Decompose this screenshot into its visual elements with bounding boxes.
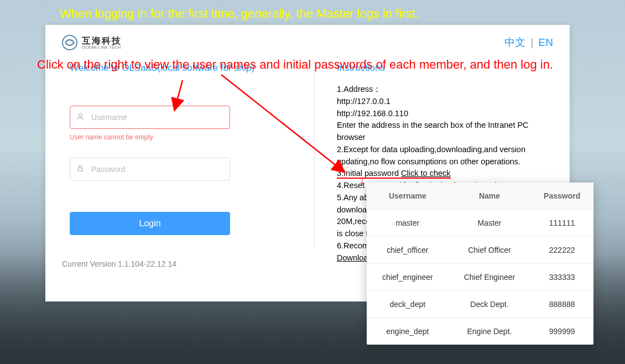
lang-zh[interactable]: 中文: [504, 37, 525, 48]
lock-icon: [76, 165, 84, 174]
cell-name: Deck Dept.: [449, 291, 531, 318]
cell-name: Chief Engineer: [449, 264, 531, 291]
cell-password: 222222: [530, 237, 593, 264]
instr-line2: 2.Except for data uploading,downloading,…: [337, 144, 553, 168]
cell-username: deck_dept: [367, 291, 449, 318]
cell-password: 333333: [530, 264, 593, 291]
svg-point-0: [62, 35, 77, 50]
click-to-check-link[interactable]: Click to check: [401, 169, 450, 179]
arrow-down-icon: ↓: [360, 175, 364, 186]
col-name: Name: [449, 183, 531, 210]
instr-line3: 3.Initial password Click to check: [337, 168, 553, 180]
credentials-popup: Username Name Password masterMaster11111…: [367, 183, 593, 345]
cell-name: Engine Dept.: [449, 318, 531, 345]
instr-address-label: 1.Address：: [337, 84, 553, 96]
cell-username: master: [367, 210, 449, 237]
table-header-row: Username Name Password: [367, 183, 593, 210]
password-input[interactable]: [70, 158, 230, 181]
table-row: chief_engineerChief Engineer333333: [367, 264, 593, 291]
svg-point-1: [79, 113, 82, 117]
logo-text-en: OCEAN LINK TECH: [82, 45, 122, 49]
col-password: Password: [530, 183, 593, 210]
user-icon: [76, 113, 84, 122]
cell-password: 888888: [530, 291, 593, 318]
table-row: engine_deptEngine Dept.999999: [367, 318, 593, 345]
username-input[interactable]: [70, 106, 230, 129]
instr-address-1: http://127.0.0.1: [337, 96, 553, 108]
logo: 互海科技 OCEAN LINK TECH: [62, 35, 122, 50]
annotation-yellow: When logging in for the first time, gene…: [60, 7, 419, 21]
cell-password: 111111: [530, 210, 593, 237]
lang-en[interactable]: EN: [539, 37, 553, 48]
table-row: deck_deptDeck Dept.888888: [367, 291, 593, 318]
table-row: chief_officerChief Officer222222: [367, 237, 593, 264]
instr-address-note: Enter the address in the search box of t…: [337, 119, 553, 144]
cell-name: Chief Officer: [449, 237, 531, 264]
login-button[interactable]: Login: [70, 212, 230, 235]
cell-name: Master: [449, 210, 531, 237]
annotation-red: Click on the right to view the user name…: [37, 58, 553, 72]
divider: [314, 70, 315, 247]
instr-line3-prefix: 3.Initial password: [337, 169, 401, 179]
username-error: User name cannot be empty: [70, 133, 292, 141]
cell-username: chief_engineer: [367, 264, 449, 291]
cell-username: engine_dept: [367, 318, 449, 345]
col-username: Username: [367, 183, 449, 210]
logo-icon: [62, 35, 77, 50]
instr-address-2: http://192.168.0.110: [337, 108, 553, 120]
cell-username: chief_officer: [367, 237, 449, 264]
svg-rect-2: [78, 168, 82, 171]
language-switcher: 中文 | EN: [504, 35, 553, 50]
table-row: masterMaster111111: [367, 210, 593, 237]
lang-separator: |: [530, 37, 533, 48]
version-label: Current Version 1.1.104-22.12.14: [62, 259, 292, 268]
cell-password: 999999: [530, 318, 593, 345]
logo-text-cn: 互海科技: [82, 37, 122, 45]
